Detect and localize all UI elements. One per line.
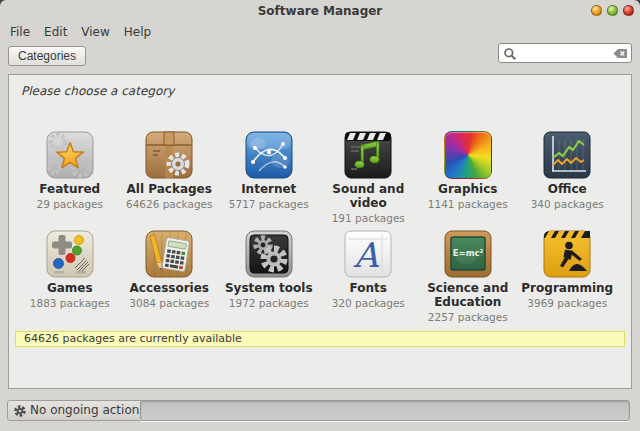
software-manager-window: Software Manager File Edit View Help Cat… bbox=[0, 0, 640, 431]
system-tools-icon bbox=[245, 230, 293, 278]
category-graphics[interactable]: Graphics 1141 packages bbox=[418, 131, 518, 224]
category-label: Accessories bbox=[130, 282, 210, 296]
programming-icon bbox=[543, 230, 591, 278]
category-featured[interactable]: Featured 29 packages bbox=[20, 131, 120, 224]
category-row-2: Games 1883 packages bbox=[20, 230, 617, 323]
category-office[interactable]: Office 340 packages bbox=[518, 131, 618, 224]
internet-icon bbox=[245, 131, 293, 179]
category-count: 64626 packages bbox=[126, 198, 213, 210]
close-button[interactable] bbox=[623, 5, 634, 16]
category-panel: Please choose a category bbox=[8, 74, 632, 389]
svg-text:E=mc²: E=mc² bbox=[452, 248, 483, 258]
category-programming[interactable]: Programming 3969 packages bbox=[518, 230, 618, 323]
category-accessories[interactable]: Accessories 3084 packages bbox=[120, 230, 220, 323]
category-count: 3084 packages bbox=[129, 297, 209, 309]
gear-icon bbox=[13, 404, 27, 418]
search-input[interactable] bbox=[519, 45, 611, 61]
package-count-notice: 64626 packages are currently available bbox=[15, 331, 625, 347]
category-count: 340 packages bbox=[531, 198, 604, 210]
science-education-icon: E=mc² bbox=[444, 230, 492, 278]
category-count: 191 packages bbox=[332, 212, 405, 224]
featured-icon bbox=[46, 131, 94, 179]
menubar: File Edit View Help bbox=[0, 22, 640, 42]
category-label: Games bbox=[47, 282, 93, 296]
category-count: 29 packages bbox=[37, 198, 104, 210]
maximize-button[interactable] bbox=[607, 5, 618, 16]
games-icon bbox=[46, 230, 94, 278]
category-count: 1141 packages bbox=[428, 198, 508, 210]
minimize-button[interactable] bbox=[591, 5, 602, 16]
office-icon bbox=[543, 131, 591, 179]
status-box: No ongoing actions bbox=[7, 400, 155, 421]
category-label: Fonts bbox=[350, 282, 387, 296]
category-label: Office bbox=[548, 183, 587, 197]
category-all-packages[interactable]: All Packages 64626 packages bbox=[120, 131, 220, 224]
sound-and-video-icon bbox=[344, 131, 392, 179]
search-box bbox=[498, 43, 632, 63]
svg-text:A: A bbox=[353, 235, 380, 275]
category-count: 320 packages bbox=[332, 297, 405, 309]
menu-edit[interactable]: Edit bbox=[37, 23, 74, 41]
category-label: Sound and video bbox=[319, 183, 419, 211]
category-label: Featured bbox=[39, 183, 100, 197]
menu-file[interactable]: File bbox=[3, 23, 37, 41]
categories-button[interactable]: Categories bbox=[8, 46, 86, 66]
category-row-1: Featured 29 packages bbox=[20, 131, 617, 224]
category-label: All Packages bbox=[127, 183, 212, 197]
category-internet[interactable]: Internet 5717 packages bbox=[219, 131, 319, 224]
category-count: 1883 packages bbox=[30, 297, 110, 309]
fonts-icon: A bbox=[344, 230, 392, 278]
category-label: System tools bbox=[225, 282, 313, 296]
window-controls bbox=[591, 5, 634, 16]
category-games[interactable]: Games 1883 packages bbox=[20, 230, 120, 323]
all-packages-icon bbox=[145, 131, 193, 179]
category-science-and-education[interactable]: E=mc² Science and Education 2257 package… bbox=[418, 230, 518, 323]
category-fonts[interactable]: A Fonts 320 packages bbox=[319, 230, 419, 323]
panel-heading: Please choose a category bbox=[21, 84, 174, 98]
category-sound-and-video[interactable]: Sound and video 191 packages bbox=[319, 131, 419, 224]
category-count: 2257 packages bbox=[428, 311, 508, 323]
category-label: Graphics bbox=[438, 183, 497, 197]
category-count: 1972 packages bbox=[229, 297, 309, 309]
titlebar[interactable]: Software Manager bbox=[0, 0, 640, 22]
window-title: Software Manager bbox=[0, 0, 640, 22]
category-count: 3969 packages bbox=[527, 297, 607, 309]
clear-search-icon[interactable] bbox=[613, 48, 628, 59]
search-icon bbox=[503, 47, 517, 61]
menu-help[interactable]: Help bbox=[117, 23, 158, 41]
menu-view[interactable]: View bbox=[74, 23, 116, 41]
status-text: No ongoing actions bbox=[30, 403, 146, 417]
toolbar: Categories bbox=[0, 42, 640, 74]
category-label: Programming bbox=[521, 282, 613, 296]
accessories-icon bbox=[145, 230, 193, 278]
graphics-icon bbox=[444, 131, 492, 179]
category-label: Internet bbox=[241, 183, 296, 197]
category-system-tools[interactable]: System tools 1972 packages bbox=[219, 230, 319, 323]
category-count: 5717 packages bbox=[229, 198, 309, 210]
category-label: Science and Education bbox=[418, 282, 518, 310]
progress-bar bbox=[140, 400, 630, 421]
